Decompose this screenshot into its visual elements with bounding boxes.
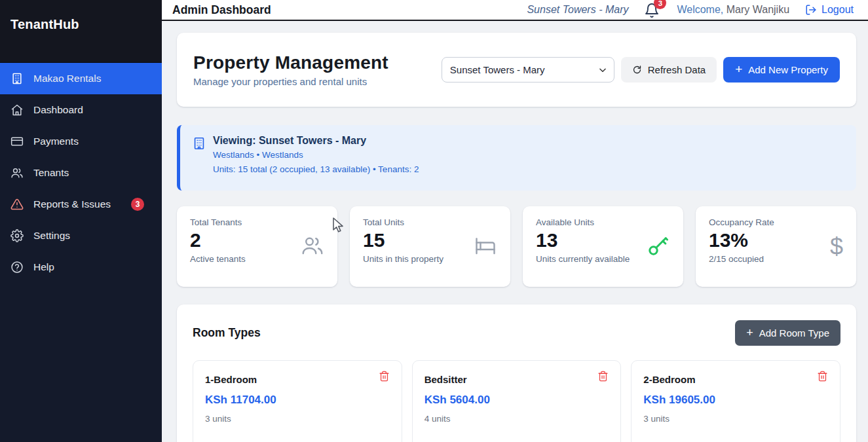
- room-type-name: 1-Bedroom: [205, 374, 257, 385]
- user-name: Mary Wanjiku: [726, 4, 789, 15]
- section-title: Property Management: [193, 52, 388, 73]
- room-type-name: 2-Bedroom: [643, 374, 695, 385]
- room-type-price: KSh 5604.00: [425, 394, 609, 407]
- plus-icon: +: [735, 63, 742, 75]
- key-icon: [647, 234, 670, 260]
- sidebar-item-payments[interactable]: Payments: [0, 126, 162, 157]
- stat-card-available-units: Available Units 13 Units currently avail…: [523, 206, 683, 287]
- stats-row: Total Tenants 2 Active tenants Total Uni…: [177, 206, 856, 287]
- content: Property Management Manage your properti…: [162, 21, 868, 442]
- room-type-units: 3 units: [205, 414, 390, 424]
- gear-icon: [10, 229, 24, 242]
- refresh-label: Refresh Data: [648, 64, 706, 75]
- dollar-icon: $: [830, 235, 843, 259]
- logout-button[interactable]: Logout: [805, 4, 854, 16]
- sidebar-item-label: Reports & Issues: [33, 198, 111, 210]
- sidebar-item-label: Payments: [33, 136, 79, 147]
- room-type-card-1-bedroom: 1-Bedroom KSh 11704.00 3 units: [193, 360, 402, 442]
- stat-text: Total Tenants 2 Active tenants: [190, 217, 246, 276]
- home-icon: [10, 103, 24, 117]
- sidebar-item-tenants[interactable]: Tenants: [0, 157, 162, 189]
- plus-icon: +: [746, 327, 753, 339]
- add-room-type-label: Add Room Type: [759, 327, 829, 339]
- stat-value: 13%: [709, 229, 774, 251]
- credit-card-icon: [10, 135, 24, 148]
- topbar: Admin Dashboard Sunset Towers - Mary 3 W…: [162, 0, 868, 21]
- sidebar-item-label: Tenants: [33, 167, 69, 179]
- banner-location: Westlands • Westlands: [213, 150, 419, 160]
- sidebar-item-label: Makao Rentals: [33, 73, 101, 84]
- trash-icon: [817, 371, 828, 382]
- room-type-card-bedsitter: Bedsitter KSh 5604.00 4 units: [412, 360, 622, 442]
- room-type-price: KSh 19605.00: [643, 394, 828, 407]
- welcome-label: Welcome,: [677, 4, 723, 15]
- room-type-units: 4 units: [425, 414, 609, 424]
- help-circle-icon: [10, 261, 24, 274]
- stat-text: Available Units 13 Units currently avail…: [536, 217, 630, 276]
- banner-title: Viewing: Sunset Towers - Mary: [213, 135, 419, 147]
- property-select[interactable]: Sunset Towers - Mary: [442, 57, 614, 83]
- room-types-header: Room Types + Add Room Type: [193, 320, 840, 346]
- logout-icon: [805, 4, 817, 16]
- stat-sublabel: Active tenants: [190, 254, 246, 264]
- stat-sublabel: 2/15 occupied: [709, 254, 774, 264]
- room-type-units: 3 units: [643, 414, 828, 424]
- viewing-banner: Viewing: Sunset Towers - Mary Westlands …: [177, 125, 856, 191]
- room-type-grid: 1-Bedroom KSh 11704.00 3 units Bedsitter: [193, 360, 840, 442]
- delete-room-type-button[interactable]: [817, 371, 828, 384]
- users-icon: [10, 166, 24, 179]
- sidebar-item-label: Help: [33, 261, 54, 273]
- stat-card-occupancy-rate: Occupancy Rate 13% 2/15 occupied $: [696, 206, 856, 287]
- room-type-name: Bedsitter: [425, 374, 467, 385]
- refresh-icon: [632, 65, 642, 75]
- stat-card-total-tenants: Total Tenants 2 Active tenants: [177, 206, 337, 287]
- delete-room-type-button[interactable]: [379, 371, 390, 384]
- add-room-type-button[interactable]: + Add Room Type: [735, 320, 840, 346]
- property-management-header-card: Property Management Manage your properti…: [177, 33, 856, 107]
- notifications-button[interactable]: 3: [644, 3, 661, 20]
- sidebar-nav: Makao Rentals Dashboard Payments: [0, 63, 162, 283]
- section-subtitle: Manage your properties and rental units: [193, 76, 388, 87]
- reports-badge: 3: [131, 198, 144, 211]
- sidebar-item-makao-rentals[interactable]: Makao Rentals: [0, 63, 162, 94]
- alert-triangle-icon: [10, 198, 24, 211]
- sidebar-item-label: Dashboard: [33, 104, 83, 116]
- users-icon: [301, 234, 324, 260]
- room-type-card-2-bedroom: 2-Bedroom KSh 19605.00 3 units: [631, 360, 840, 442]
- stat-value: 15: [363, 229, 443, 251]
- stat-value: 13: [536, 229, 630, 251]
- stat-text: Total Units 15 Units in this property: [363, 217, 443, 276]
- brand-logo-text: TenantHub: [10, 17, 151, 32]
- sidebar-item-dashboard[interactable]: Dashboard: [0, 94, 162, 126]
- current-property-label: Sunset Towers - Mary: [527, 4, 628, 16]
- brand-header: TenantHub: [0, 0, 162, 63]
- building-icon: [192, 136, 206, 151]
- add-property-label: Add New Property: [748, 64, 828, 75]
- refresh-data-button[interactable]: Refresh Data: [621, 57, 717, 83]
- stat-label: Total Tenants: [190, 217, 246, 227]
- stat-label: Occupancy Rate: [709, 217, 774, 227]
- building-icon: [10, 72, 24, 85]
- delete-room-type-button[interactable]: [597, 371, 609, 384]
- trash-icon: [597, 371, 609, 382]
- room-types-card: Room Types + Add Room Type 1-Bedroom: [177, 304, 856, 442]
- sidebar-item-help[interactable]: Help: [0, 251, 162, 283]
- stat-label: Available Units: [536, 217, 630, 227]
- header-actions: Sunset Towers - Mary Refresh Data + Add …: [442, 57, 840, 83]
- stat-value: 2: [190, 229, 246, 251]
- property-select-wrap: Sunset Towers - Mary: [442, 57, 614, 83]
- sidebar: TenantHub Makao Rentals Dashboard: [0, 0, 162, 442]
- stat-label: Total Units: [363, 217, 443, 227]
- sidebar-item-reports-issues[interactable]: Reports & Issues 3: [0, 189, 162, 220]
- add-new-property-button[interactable]: + Add New Property: [723, 57, 840, 83]
- room-type-price: KSh 11704.00: [205, 394, 390, 407]
- stat-sublabel: Units in this property: [363, 254, 443, 264]
- main-area: Admin Dashboard Sunset Towers - Mary 3 W…: [162, 0, 868, 442]
- stat-card-total-units: Total Units 15 Units in this property: [350, 206, 510, 287]
- sidebar-item-settings[interactable]: Settings: [0, 220, 162, 251]
- banner-units-summary: Units: 15 total (2 occupied, 13 availabl…: [213, 164, 419, 174]
- stat-sublabel: Units currently available: [536, 254, 630, 264]
- app-window: TenantHub Makao Rentals Dashboard: [0, 0, 868, 442]
- stat-text: Occupancy Rate 13% 2/15 occupied: [709, 217, 774, 276]
- notification-badge: 3: [654, 0, 666, 9]
